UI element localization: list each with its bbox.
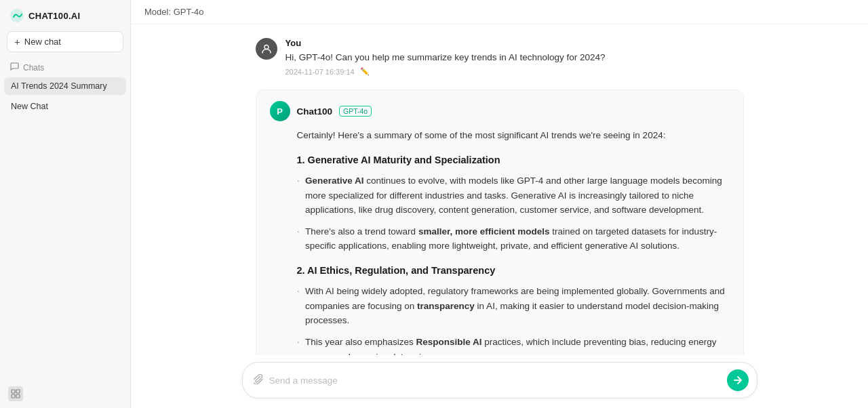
svg-rect-3 — [12, 394, 15, 398]
model-label: Model: GPT-4o — [144, 7, 203, 17]
bullet-text: With AI being widely adopted, regulatory… — [305, 284, 730, 328]
user-meta: 2024-11-07 16:39:14 ✏️ — [285, 67, 744, 76]
sidebar: CHAT100.AI + New chat Chats AI Trends 20… — [0, 0, 131, 408]
bullet-dot: · — [297, 224, 300, 253]
user-text: Hi, GPT-4o! Can you help me summarize ke… — [285, 51, 744, 64]
user-message: You Hi, GPT-4o! Can you help me summariz… — [256, 38, 744, 76]
sidebar-footer-button[interactable] — [8, 386, 23, 401]
send-arrow-icon — [733, 375, 743, 385]
svg-point-5 — [264, 45, 269, 49]
chats-section-label: Chats — [0, 58, 130, 76]
ai-header: P Chat100 GPT-4o — [270, 101, 730, 121]
section-heading-1: 1. Generative AI Maturity and Specializa… — [297, 152, 730, 168]
user-message-body: You Hi, GPT-4o! Can you help me summariz… — [285, 38, 744, 76]
bullet-item: · This year also emphasizes Responsible … — [297, 335, 730, 355]
svg-rect-1 — [12, 390, 15, 393]
ai-message-wrapper: P Chat100 GPT-4o Certainly! Here's a sum… — [242, 89, 757, 355]
top-bar: Model: GPT-4o — [131, 0, 868, 24]
input-area — [131, 355, 868, 408]
send-button[interactable] — [727, 369, 749, 391]
new-chat-label: New chat — [24, 37, 61, 47]
ai-avatar: P — [270, 101, 290, 121]
bullet-list-2: · With AI being widely adopted, regulato… — [297, 284, 730, 355]
sidebar-footer — [0, 380, 130, 408]
bullet-item: · Generative AI continues to evolve, wit… — [297, 174, 730, 218]
user-name: You — [285, 38, 744, 48]
ai-name: Chat100 — [297, 106, 333, 117]
message-input[interactable] — [269, 375, 722, 386]
chats-label: Chats — [23, 63, 44, 73]
svg-rect-4 — [16, 394, 20, 398]
user-avatar — [256, 38, 277, 60]
plus-icon: + — [14, 37, 20, 47]
bullet-dot: · — [297, 173, 300, 218]
chat-area: You Hi, GPT-4o! Can you help me summariz… — [131, 24, 868, 355]
edit-icon[interactable]: ✏️ — [360, 67, 370, 76]
ai-message: P Chat100 GPT-4o Certainly! Here's a sum… — [256, 89, 744, 355]
user-message-wrapper: You Hi, GPT-4o! Can you help me summariz… — [242, 38, 757, 76]
bullet-text: This year also emphasizes Responsible AI… — [305, 335, 730, 355]
svg-rect-2 — [16, 390, 20, 393]
input-box — [242, 362, 757, 399]
bullet-text: Generative AI continues to evolve, with … — [305, 174, 730, 218]
bullet-text: There's also a trend toward smaller, mor… — [305, 224, 730, 253]
chats-icon — [9, 62, 19, 73]
bullet-item: · With AI being widely adopted, regulato… — [297, 284, 730, 328]
bullet-dot: · — [297, 283, 300, 328]
bullet-dot: · — [297, 334, 300, 355]
logo-icon — [9, 8, 24, 23]
ai-body: Certainly! Here's a summary of some of t… — [270, 128, 730, 355]
ai-intro: Certainly! Here's a summary of some of t… — [297, 128, 730, 143]
sidebar-header: CHAT100.AI — [0, 0, 130, 28]
main-content: Model: GPT-4o You Hi, GPT-4o! Can you he… — [131, 0, 868, 408]
new-chat-button[interactable]: + New chat — [7, 31, 123, 52]
model-badge: GPT-4o — [339, 106, 372, 117]
sidebar-item-ai-trends[interactable]: AI Trends 2024 Summary — [4, 77, 126, 95]
bullet-item: · There's also a trend toward smaller, m… — [297, 224, 730, 253]
section-heading-2: 2. AI Ethics, Regulation, and Transparen… — [297, 263, 730, 279]
attach-icon[interactable] — [254, 374, 264, 386]
message-timestamp: 2024-11-07 16:39:14 — [285, 68, 355, 76]
app-name: CHAT100.AI — [28, 11, 80, 21]
sidebar-item-new-chat[interactable]: New Chat — [4, 98, 126, 115]
bullet-list-1: · Generative AI continues to evolve, wit… — [297, 174, 730, 253]
